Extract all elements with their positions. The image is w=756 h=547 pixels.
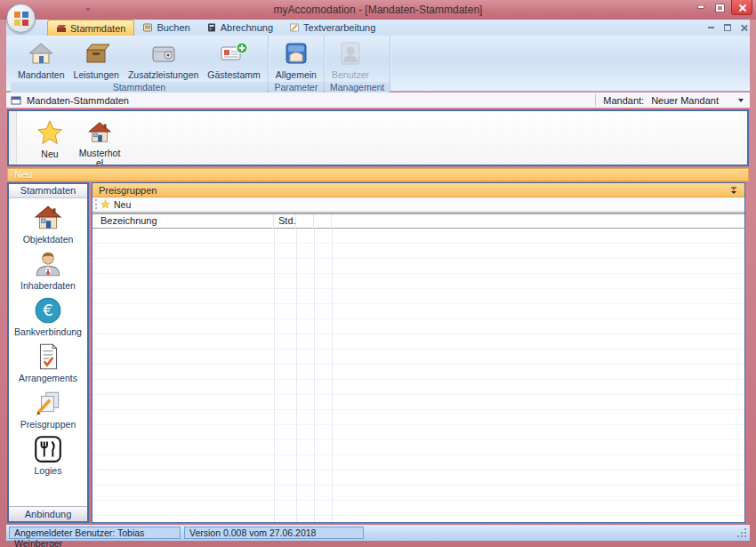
panel-header: Preisgruppen [92, 183, 744, 197]
mandant-select[interactable]: Neuer Mandant [644, 95, 745, 106]
zusatzleistungen-button[interactable]: Zusatzleistungen [124, 36, 203, 81]
sidebar-item-label: Objektdaten [23, 234, 74, 245]
quick-access-arrow-icon[interactable] [85, 8, 91, 12]
ribbon-button-label: Mandanten [18, 69, 65, 80]
form-window-icon [11, 95, 21, 106]
child-restore-button[interactable] [723, 23, 732, 32]
child-close-icon [741, 24, 748, 31]
person-icon [33, 249, 63, 279]
document-caption-bar: Mandaten-Stammdaten Mandant: Neuer Manda… [6, 93, 750, 108]
svg-text:€: € [43, 301, 52, 319]
record-toolbar: Neu Musterhotel [7, 109, 749, 166]
allgemein-button[interactable]: Allgemein [271, 36, 321, 81]
column-header-bezeichnung[interactable]: Bezeichnung [92, 214, 274, 229]
leistungen-icon [82, 39, 110, 68]
toolbar-gripper [95, 199, 97, 209]
ribbon-tab-row: Stammdaten Buchen Abrechnung Textverarbe… [6, 20, 750, 36]
ribbon-button-label: Gästestamm [207, 69, 261, 80]
gaestestamm-button[interactable]: Gästestamm [203, 36, 265, 81]
tab-stammdaten[interactable]: Stammdaten [47, 20, 134, 36]
ribbon-button-label: Benutzer [332, 69, 369, 80]
ribbon: Mandanten Leistungen [6, 36, 750, 92]
leistungen-button[interactable]: Leistungen [69, 36, 124, 81]
document-check-icon [33, 342, 63, 372]
table-body[interactable] [92, 229, 744, 522]
sidebar-header: Stammdaten [9, 184, 87, 198]
application-window: myAccomodation - [Mandaten-Stammdaten] S… [0, 0, 756, 547]
sidebar-item-logies[interactable]: Logies [33, 434, 63, 476]
status-version: Version 0.008 vom 27.06.2018 [184, 527, 364, 539]
tab-buchen[interactable]: Buchen [134, 20, 197, 36]
new-record-label: Neu [41, 149, 58, 159]
ribbon-group-parameter: Allgemein Parameter [269, 36, 325, 91]
sidebar-item-objektdaten[interactable]: Objektdaten [23, 203, 74, 245]
close-icon [738, 4, 746, 12]
ribbon-group-stammdaten: Mandanten Leistungen [11, 36, 269, 91]
mandant-value: Neuer Mandant [651, 95, 719, 106]
buchen-tab-icon [142, 22, 153, 33]
mandanten-button[interactable]: Mandanten [13, 36, 69, 81]
sidebar-footer-anbindung[interactable]: Anbindung [9, 506, 87, 521]
column-header-std[interactable]: Std. [274, 214, 296, 229]
grid-column-line [296, 229, 297, 522]
chevron-down-icon [738, 99, 744, 102]
pin-dropdown-icon [729, 186, 738, 195]
sidebar-item-bankverbindung[interactable]: € Bankverbindung [14, 295, 82, 337]
ribbon-button-label: Leistungen [74, 69, 119, 80]
maximize-button[interactable] [712, 0, 728, 15]
table-header: Bezeichnung Std. [92, 214, 744, 229]
child-minimize-icon [708, 27, 714, 28]
papers-pencil-icon [33, 388, 63, 418]
status-bar: Angemeldeter Benutzer: Tobias Weinberger… [6, 525, 750, 541]
title-bar: myAccomodation - [Mandaten-Stammdaten] [0, 0, 756, 20]
benutzer-button[interactable]: Benutzer [327, 36, 374, 81]
stammdaten-tab-icon [56, 23, 67, 34]
record-caption-bar: Neu [7, 168, 749, 181]
ribbon-group-label: Management [325, 81, 390, 93]
ribbon-button-label: Zusatzleistungen [128, 69, 198, 80]
caption-title: Mandaten-Stammdaten [27, 95, 129, 106]
grid-column-line [314, 229, 315, 522]
close-button[interactable] [731, 0, 752, 15]
euro-icon: € [33, 295, 63, 326]
sidebar-item-label: Arrangements [19, 373, 77, 383]
musterhotel-label: Musterhotel [76, 149, 123, 166]
star-icon [101, 199, 110, 209]
textverarbeitung-tab-icon [289, 22, 300, 33]
tab-abrechnung[interactable]: Abrechnung [198, 20, 281, 36]
tab-label: Abrechnung [221, 22, 273, 33]
status-user: Angemeldeter Benutzer: Tobias Weinberger [9, 527, 181, 539]
window-title: myAccomodation - [Mandaten-Stammdaten] [0, 0, 756, 20]
musterhotel-button[interactable]: Musterhotel [76, 119, 123, 166]
tab-textverarbeitung[interactable]: Textverarbeitung [281, 20, 383, 36]
tab-label: Buchen [157, 22, 189, 33]
toolbar-gripper [9, 111, 17, 165]
ribbon-group-label: Stammdaten [11, 81, 268, 93]
panel-menu-button[interactable] [729, 186, 738, 195]
ribbon-group-management: Benutzer Management [325, 36, 390, 91]
app-menu-button[interactable] [6, 4, 36, 33]
resize-grip[interactable] [744, 535, 746, 537]
benutzer-icon [336, 39, 365, 68]
tab-label: Textverarbeitung [303, 22, 375, 33]
column-header-empty[interactable] [314, 214, 332, 229]
main-panel: Preisgruppen Neu Bezeichnung Std. [92, 182, 745, 523]
gaestestamm-icon [220, 39, 248, 68]
child-window-controls [706, 23, 749, 32]
record-caption-label: Neu [14, 169, 32, 180]
child-close-button[interactable] [740, 23, 749, 32]
sidebar-item-label: Inhaberdaten [20, 280, 76, 291]
sidebar-item-label: Preisgruppen [20, 419, 76, 430]
sidebar-item-inhaberdaten[interactable]: Inhaberdaten [20, 249, 76, 291]
mandant-label: Mandant: [603, 95, 644, 106]
sidebar-item-arrangements[interactable]: Arrangements [19, 342, 77, 383]
minimize-icon [697, 6, 704, 9]
new-record-button[interactable]: Neu [30, 119, 69, 159]
new-entry-button[interactable]: Neu [101, 199, 131, 210]
column-header-empty[interactable] [296, 214, 314, 229]
maximize-icon [716, 4, 724, 12]
minimize-button[interactable] [693, 0, 708, 15]
child-minimize-button[interactable] [706, 23, 715, 32]
sidebar-item-preisgruppen[interactable]: Preisgruppen [20, 388, 76, 430]
child-restore-icon [724, 24, 731, 31]
